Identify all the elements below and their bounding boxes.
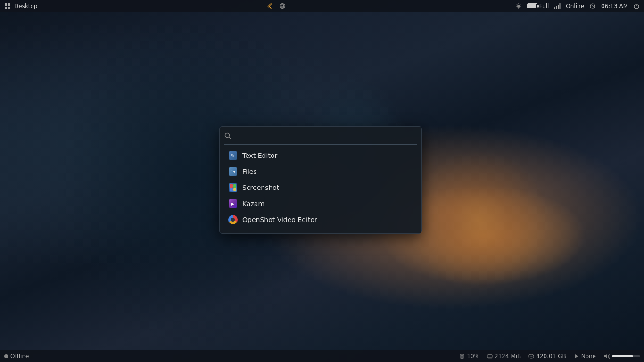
lantern-glow bbox=[408, 150, 550, 291]
svg-rect-3 bbox=[8, 7, 10, 9]
svg-point-9 bbox=[517, 5, 520, 8]
svg-point-43 bbox=[529, 354, 534, 356]
app-item-screenshot[interactable]: Screenshot bbox=[224, 180, 417, 196]
status-indicator: Offline bbox=[4, 353, 29, 360]
search-input[interactable] bbox=[234, 133, 417, 140]
svg-point-19 bbox=[4, 354, 8, 358]
text-editor-icon: ✎ bbox=[228, 151, 238, 160]
volume-slider[interactable] bbox=[612, 355, 640, 357]
svg-rect-20 bbox=[460, 354, 464, 358]
power-icon[interactable] bbox=[633, 2, 640, 10]
app-label-kazam: Kazam bbox=[242, 200, 264, 207]
bottom-bar-right: 10% 2124 MiB 420.01 GB bbox=[459, 353, 640, 360]
search-icon bbox=[224, 132, 231, 140]
top-bar-center bbox=[266, 2, 286, 10]
kazam-icon: ▶ bbox=[228, 199, 238, 208]
app-item-files[interactable]: 🗂 Files bbox=[224, 164, 417, 180]
network-label: Online bbox=[566, 3, 584, 9]
svg-rect-34 bbox=[487, 355, 492, 358]
status-label: Offline bbox=[10, 353, 29, 360]
disk-label: 420.01 GB bbox=[536, 353, 566, 360]
ram-label: 2124 MiB bbox=[495, 353, 521, 360]
svg-rect-1 bbox=[8, 3, 10, 6]
vscode-icon[interactable] bbox=[266, 2, 274, 10]
openshot-icon bbox=[228, 215, 238, 224]
search-container bbox=[224, 132, 417, 145]
workspace-label: Desktop bbox=[14, 3, 38, 9]
network-signal-icon[interactable] bbox=[553, 2, 561, 10]
disk-stat: 420.01 GB bbox=[528, 353, 566, 360]
app-item-openshot[interactable]: OpenShot Video Editor bbox=[224, 212, 417, 228]
time-label: 06:13 AM bbox=[601, 3, 628, 9]
svg-rect-10 bbox=[554, 7, 555, 9]
volume-control[interactable] bbox=[603, 354, 640, 359]
media-stat: None bbox=[574, 353, 596, 360]
pulseaudio-icon[interactable] bbox=[515, 2, 522, 10]
app-launcher: ✎ Text Editor 🗂 Files Screenshot ▶ Kazam bbox=[219, 126, 422, 234]
files-icon: 🗂 bbox=[228, 167, 238, 176]
top-bar-right: Full Online 06:13 AM bbox=[515, 2, 640, 10]
bottom-taskbar: Offline 10% bbox=[0, 350, 644, 362]
ram-stat: 2124 MiB bbox=[487, 353, 521, 360]
app-label-openshot: OpenShot Video Editor bbox=[242, 216, 317, 223]
svg-marker-44 bbox=[575, 354, 578, 358]
workspace-icon[interactable] bbox=[4, 2, 11, 10]
app-item-kazam[interactable]: ▶ Kazam bbox=[224, 196, 417, 212]
top-bar-left: Desktop bbox=[4, 2, 38, 10]
app-label-files: Files bbox=[242, 168, 257, 175]
app-item-text-editor[interactable]: ✎ Text Editor bbox=[224, 148, 417, 164]
svg-rect-11 bbox=[556, 6, 557, 9]
svg-marker-45 bbox=[604, 354, 607, 359]
svg-rect-0 bbox=[5, 3, 7, 6]
battery-label: Full bbox=[539, 3, 549, 9]
clock-icon bbox=[589, 2, 596, 10]
cpu-label: 10% bbox=[467, 353, 479, 360]
svg-line-18 bbox=[229, 137, 231, 139]
svg-rect-12 bbox=[558, 5, 559, 9]
battery-indicator: Full bbox=[527, 3, 549, 9]
app-label-text-editor: Text Editor bbox=[242, 152, 277, 159]
svg-rect-21 bbox=[461, 355, 463, 357]
app-label-screenshot: Screenshot bbox=[242, 184, 279, 191]
globe-icon[interactable] bbox=[279, 2, 286, 10]
svg-rect-13 bbox=[560, 3, 561, 9]
cpu-stat: 10% bbox=[459, 353, 479, 360]
bottom-bar-left: Offline bbox=[4, 353, 29, 360]
battery-icon bbox=[527, 3, 537, 8]
svg-point-17 bbox=[225, 133, 230, 138]
screenshot-icon bbox=[228, 183, 238, 192]
media-label: None bbox=[581, 353, 596, 360]
top-taskbar: Desktop bbox=[0, 0, 644, 12]
svg-rect-2 bbox=[5, 7, 7, 9]
